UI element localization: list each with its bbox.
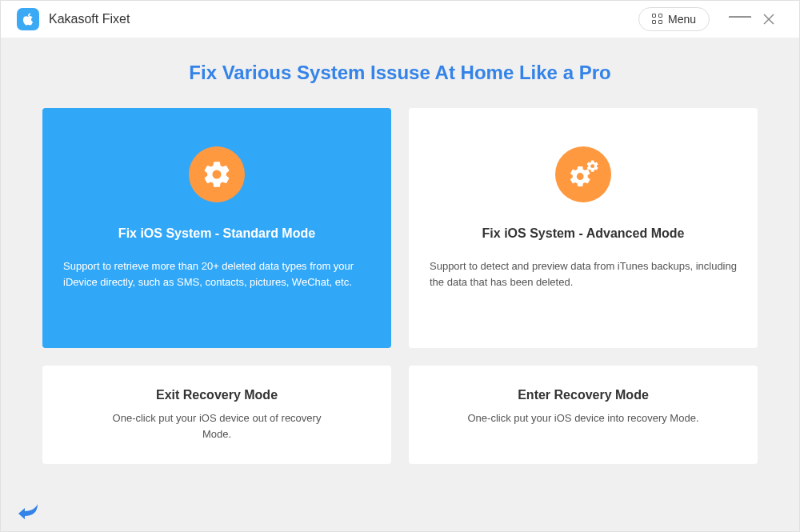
card-desc: Support to retrieve more than 20+ delete… [63,258,370,290]
back-button[interactable] [17,502,39,523]
page-heading: Fix Various System Issuse At Home Like a… [14,38,786,108]
app-logo-icon [17,8,39,30]
content-area: Fix Various System Issuse At Home Like a… [1,38,799,532]
card-title: Fix iOS System - Advanced Mode [430,226,737,241]
card-title: Exit Recovery Mode [97,388,337,402]
app-title: Kakasoft Fixet [49,12,638,26]
close-button[interactable] [754,5,783,34]
menu-button[interactable]: Menu [638,7,710,31]
card-exit-recovery[interactable]: Exit Recovery Mode One-click put your iO… [42,366,391,464]
card-advanced-mode[interactable]: Fix iOS System - Advanced Mode Support t… [409,108,758,348]
gear-icon [189,146,245,202]
card-standard-mode[interactable]: Fix iOS System - Standard Mode Support t… [42,108,391,348]
card-grid: Fix iOS System - Standard Mode Support t… [14,108,786,464]
card-title: Fix iOS System - Standard Mode [63,226,370,241]
card-desc: One-click put your iOS device into recov… [463,410,703,426]
card-title: Enter Recovery Mode [463,388,703,402]
menu-label: Menu [668,13,696,26]
card-desc: One-click put your iOS device out of rec… [97,410,337,442]
minimize-button[interactable]: — [726,5,754,34]
card-desc: Support to detect and preview data from … [430,258,737,290]
gears-icon [555,146,611,202]
titlebar: Kakasoft Fixet Menu — [1,1,799,38]
menu-grid-icon [652,14,663,25]
card-enter-recovery[interactable]: Enter Recovery Mode One-click put your i… [409,366,758,464]
